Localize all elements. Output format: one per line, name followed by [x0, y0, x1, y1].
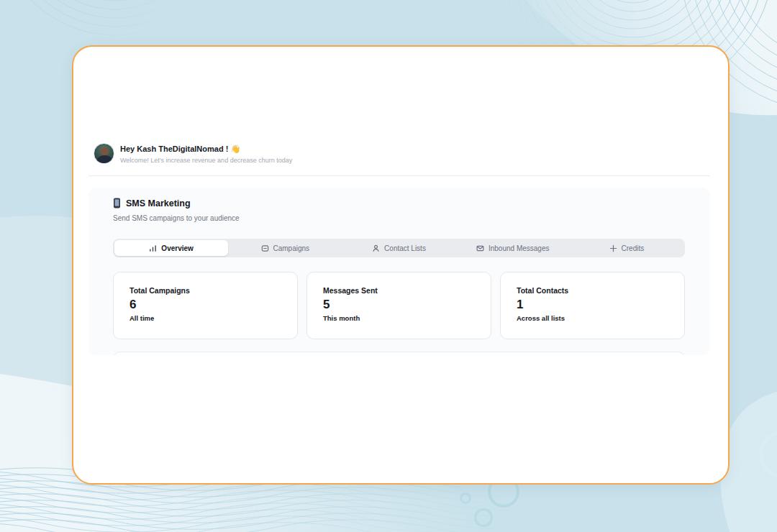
tab-contact-lists[interactable]: Contact Lists	[342, 240, 455, 256]
tab-overview[interactable]: Overview	[114, 240, 228, 256]
mobile-phone-icon	[113, 198, 121, 208]
stat-value: 6	[130, 298, 281, 311]
section-subtitle: Send SMS campaigns to your audience	[113, 214, 240, 222]
stat-value: 1	[517, 298, 668, 311]
avatar	[94, 143, 114, 164]
section-title: SMS Marketing	[126, 198, 191, 208]
greeting-header: Hey Kash TheDigitalNomad ! 👋 Welcome! Le…	[94, 143, 292, 164]
app-window: Hey Kash TheDigitalNomad ! 👋 Welcome! Le…	[72, 45, 730, 485]
message-square-icon	[261, 244, 269, 252]
stats-row: Total Campaigns 6 All time Messages Sent…	[113, 272, 685, 339]
tab-bar: Overview Campaigns Contact Lists	[113, 239, 685, 257]
mail-icon	[476, 244, 484, 252]
bar-chart-icon	[149, 244, 157, 252]
greeting-title: Hey Kash TheDigitalNomad ! 👋	[120, 145, 292, 154]
tab-label: Contact Lists	[384, 244, 426, 252]
divider	[88, 175, 710, 176]
section-header: SMS Marketing	[113, 198, 191, 208]
stat-label: Total Campaigns	[130, 286, 281, 295]
stat-caption: Across all lists	[517, 314, 668, 322]
greeting-subtitle: Welcome! Let's increase revenue and decr…	[120, 157, 292, 164]
tab-label: Overview	[161, 244, 193, 252]
partial-card-cropped	[113, 352, 685, 355]
stat-card-messages-sent: Messages Sent 5 This month	[306, 272, 491, 339]
stat-caption: All time	[130, 314, 281, 322]
stat-card-total-campaigns: Total Campaigns 6 All time	[113, 272, 298, 339]
tab-label: Inbound Messages	[489, 244, 550, 252]
tab-inbound-messages[interactable]: Inbound Messages	[456, 240, 570, 256]
stat-caption: This month	[323, 314, 475, 322]
stat-value: 5	[323, 298, 475, 311]
tab-campaigns[interactable]: Campaigns	[228, 240, 342, 256]
stat-card-total-contacts: Total Contacts 1 Across all lists	[500, 272, 685, 339]
plus-icon	[609, 244, 617, 252]
stat-label: Total Contacts	[517, 286, 668, 295]
tab-label: Credits	[622, 244, 645, 252]
tab-label: Campaigns	[273, 244, 310, 252]
sms-marketing-panel: SMS Marketing Send SMS campaigns to your…	[88, 188, 710, 355]
stat-label: Messages Sent	[323, 286, 475, 295]
tab-credits[interactable]: Credits	[570, 240, 683, 256]
user-icon	[372, 244, 380, 252]
waving-hand-emoji: 👋	[230, 145, 240, 153]
